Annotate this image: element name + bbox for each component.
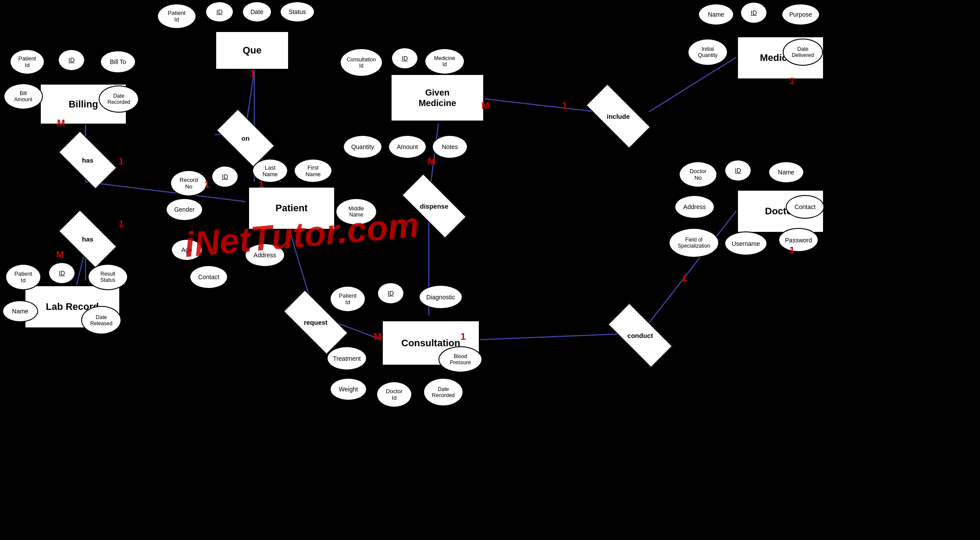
entity-given-medicine-label: GivenMedicine [419,87,456,108]
attr-med-initial-qty: InitialQuantity [688,39,728,66]
attr-patient-address: Address [245,243,285,267]
entity-billing-label: Billing [68,99,98,110]
card-include-1: 1 [562,100,567,111]
attr-consult-treatment: Treatment [327,346,367,370]
attr-consult-patient-id: PatientId [330,286,366,312]
attr-patient-last-name: LastName [252,159,288,183]
attr-doc-username: Username [724,231,767,256]
attr-billing-id: ID [58,49,85,71]
attr-doc-name: Name [768,161,804,183]
relationship-request-label: request [304,319,328,326]
attr-gm-amount: Amount [388,135,427,159]
attr-que-id: ID [205,1,234,22]
attr-billing-bill-to: Bill To [100,50,136,73]
entity-given-medicine: GivenMedicine [390,74,485,122]
card-has2-1: 1 [118,218,124,230]
card-consult-m: M [374,331,381,342]
attr-que-date: Date [242,1,272,22]
relationship-on-label: on [242,135,249,142]
attr-gm-quantity: Quantity [343,135,382,159]
attr-consult-id: ID [377,282,404,304]
attr-patient-gender: Gender [166,198,203,221]
card-consult-1: 1 [460,331,466,342]
attr-patient-middle-name: MiddleName [335,198,377,225]
relationship-conduct-label: conduct [627,332,653,339]
attr-lab-id: ID [48,262,75,284]
attr-doc-contact: Contact [786,195,824,219]
relationship-dispense-label: dispense [420,202,448,210]
attr-consult-date-recorded: DateRecorded [423,378,463,406]
attr-med-id: ID [740,2,767,24]
attr-patient-first-name: FirstName [294,159,332,183]
attr-gm-medicine-id: MedicineId [424,48,465,75]
attr-lab-patient-id: PatientId [5,264,41,290]
attr-doc-field: Field ofSpecialization [669,228,719,258]
attr-lab-result-status: ResultStatus [88,264,128,290]
attr-que-patient-id: PatientId [157,4,196,29]
entity-que: Que [215,31,289,70]
card-billing-m: M [57,117,65,129]
attr-med-name: Name [698,4,734,25]
entity-que-label: Que [243,45,262,56]
attr-gm-id: ID [391,47,418,69]
connection-lines [0,0,980,540]
entity-patient-label: Patient [275,202,307,214]
attr-billing-patient-id: PatientId [10,49,45,75]
card-med-1: 1 [789,75,795,87]
attr-billing-bill-amount: BillAmount [4,83,43,110]
attr-doc-password: Password [778,228,819,252]
attr-lab-name: Name [2,300,38,322]
relationship-request: request [285,307,346,338]
attr-med-purpose: Purpose [781,4,820,25]
attr-med-date-delivered: DateDelivered [783,39,823,66]
relationship-conduct: conduct [609,320,671,351]
attr-doc-address: Address [674,195,715,219]
svg-line-56 [649,57,737,112]
entity-patient: Patient [248,186,335,230]
attr-billing-date-recorded: DateRecorded [99,85,139,113]
card-que-patient: 1 [250,68,255,79]
attr-patient-id: ID [211,166,239,188]
attr-que-status: Status [280,1,315,22]
attr-consult-weight: Weight [330,378,367,401]
attr-gm-consultation-id: ConsultationId [340,48,383,77]
relationship-on: on [219,123,272,153]
attr-doc-doctor-no: DoctorNo [679,161,717,188]
card-conduct-1: 1 [682,273,687,284]
attr-gm-notes: Notes [432,135,468,159]
relationship-has2: has [61,224,114,254]
attr-consult-doctor-id: DoctorId [376,381,412,408]
relationship-has1: has [61,145,114,175]
attr-consult-diagnostic: Diagnostic [419,285,463,309]
relationship-include: include [588,101,649,131]
card-lab-m: M [56,249,64,260]
attr-lab-date-released: DateReleased [81,306,121,334]
card-has1-1: 1 [118,156,124,167]
card-on-1: 1 [259,179,264,190]
attr-doc-id: ID [724,160,752,181]
card-dispense-m: M [428,156,435,167]
attr-patient-age: Age [171,239,203,261]
relationship-has1-label: has [82,156,93,164]
svg-line-55 [482,99,596,112]
relationship-dispense: dispense [403,191,465,221]
er-diagram: Que Billing Patient Lab Record Consultat… [0,0,980,540]
card-on-patient-1: 1 [204,179,210,190]
attr-consult-blood-pressure: BloodPressure [438,346,482,373]
attr-patient-contact: Contact [189,265,228,289]
relationship-include-label: include [607,113,630,120]
card-doctor-1: 1 [789,245,795,256]
relationship-has2-label: has [82,235,93,243]
card-include-m: M [481,100,489,111]
attr-patient-record-no: RecordNo [170,170,207,196]
